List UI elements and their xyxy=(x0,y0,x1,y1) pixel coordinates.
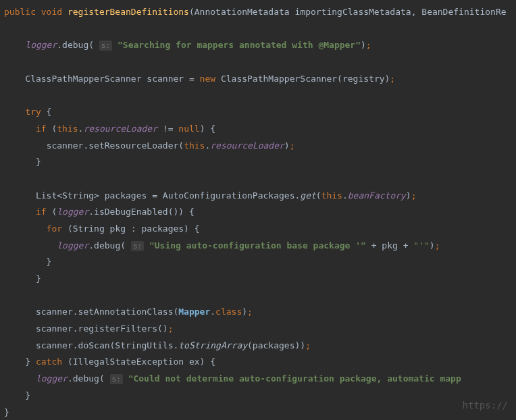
logger-field: logger xyxy=(25,40,57,50)
code-editor[interactable]: public void registerBeanDefinitions(Anno… xyxy=(4,4,516,420)
watermark-text: https:// xyxy=(463,396,508,415)
param-hint: s: xyxy=(99,41,112,51)
method-signature: public void registerBeanDefinitions(Anno… xyxy=(4,7,507,17)
